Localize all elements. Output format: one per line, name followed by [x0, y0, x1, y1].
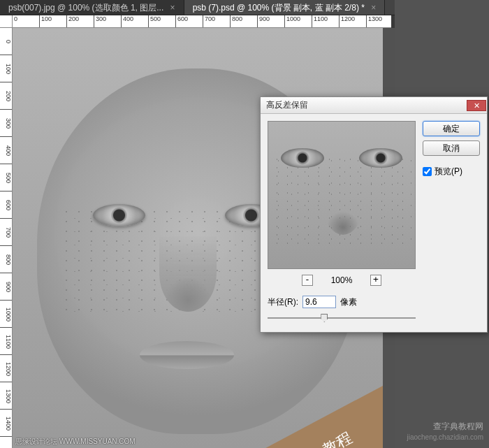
- document-tab-2[interactable]: psb (7).psd @ 100% (背景 副本, 蓝 副本 2/8) * ×: [184, 0, 386, 15]
- ruler-tick: 200: [0, 82, 12, 110]
- filter-preview[interactable]: [268, 121, 416, 269]
- ruler-tick: 800: [0, 246, 12, 273]
- radius-slider[interactable]: [268, 312, 416, 325]
- tutorial-ribbon: Lao Yue Xin 教程: [215, 364, 383, 448]
- ruler-tick: 900: [258, 15, 285, 27]
- preview-checkbox[interactable]: [423, 167, 432, 176]
- high-pass-dialog: 高反差保留 ✕ - 100% + 半径(R): 像素: [260, 96, 488, 333]
- dialog-close-button[interactable]: ✕: [467, 100, 486, 111]
- radius-unit: 像素: [340, 296, 357, 308]
- ruler-tick: 400: [0, 137, 12, 164]
- tab-label: psb(007).jpg @ 100% (选取颜色 1, 图层...: [8, 3, 163, 13]
- dialog-titlebar[interactable]: 高反差保留 ✕: [261, 97, 487, 114]
- ruler-tick: 0: [0, 28, 12, 55]
- close-icon[interactable]: ×: [170, 3, 175, 13]
- ok-button[interactable]: 确定: [423, 121, 480, 136]
- ruler-tick: 1000: [0, 301, 12, 328]
- ruler-tick: 100: [0, 55, 12, 82]
- ruler-origin[interactable]: [0, 15, 13, 28]
- horizontal-ruler[interactable]: 0100200300400500600700800900100011001200…: [13, 15, 391, 28]
- ruler-tick: 1100: [0, 328, 12, 355]
- ruler-tick: 0: [13, 15, 40, 27]
- ruler-tick: 100: [40, 15, 67, 27]
- radius-label: 半径(R):: [268, 296, 298, 308]
- ruler-tick: 300: [0, 110, 12, 137]
- ruler-tick: 1200: [0, 355, 12, 382]
- document-tab-1[interactable]: psb(007).jpg @ 100% (选取颜色 1, 图层... ×: [0, 0, 184, 15]
- ruler-tick: 600: [176, 15, 203, 27]
- ruler-tick: 500: [149, 15, 176, 27]
- preview-checkbox-label: 预览(P): [435, 166, 462, 178]
- ruler-tick: 1100: [312, 15, 340, 27]
- site-watermark: 查字典教程网 jiaocheng.chazidian.com: [407, 421, 483, 442]
- ruler-tick: 300: [94, 15, 122, 27]
- ruler-tick: 400: [122, 15, 149, 27]
- ruler-tick: 1000: [285, 15, 312, 27]
- ruler-tick: 600: [0, 192, 12, 219]
- ruler-tick: 1200: [340, 15, 367, 27]
- ruler-tick: 800: [231, 15, 258, 27]
- ruler-tick: 1300: [367, 15, 391, 27]
- tab-label: psb (7).psd @ 100% (背景 副本, 蓝 副本 2/8) *: [193, 3, 365, 13]
- ruler-tick: 1400: [0, 410, 12, 437]
- ruler-tick: 900: [0, 273, 12, 301]
- vertical-ruler[interactable]: 0100200300400500600700800900100011001200…: [0, 28, 13, 448]
- dialog-title-text: 高反差保留: [266, 99, 308, 111]
- ruler-tick: 700: [203, 15, 231, 27]
- zoom-value: 100%: [327, 275, 356, 285]
- ruler-tick: 500: [0, 164, 12, 192]
- radius-input[interactable]: [302, 296, 336, 308]
- preview-checkbox-row[interactable]: 预览(P): [423, 166, 480, 178]
- ruler-tick: 1300: [0, 382, 12, 410]
- ruler-tick: 200: [67, 15, 94, 27]
- ribbon-label: 教程: [319, 427, 356, 448]
- zoom-out-button[interactable]: -: [302, 275, 313, 286]
- cancel-button[interactable]: 取消: [423, 140, 480, 156]
- footer-credit: 思缘设计论坛 WWW.MISSYUAN.COM: [15, 437, 136, 447]
- watermark-url: jiaocheng.chazidian.com: [407, 433, 483, 442]
- close-icon[interactable]: ×: [371, 3, 376, 13]
- zoom-in-button[interactable]: +: [370, 275, 381, 286]
- ruler-tick: 700: [0, 219, 12, 246]
- watermark-title: 查字典教程网: [407, 421, 483, 433]
- slider-thumb[interactable]: [321, 314, 328, 322]
